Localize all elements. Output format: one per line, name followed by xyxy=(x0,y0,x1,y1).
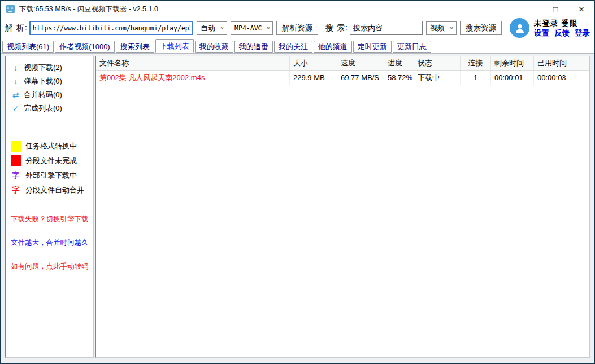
yellow-swatch-icon xyxy=(11,141,21,152)
sidebar: ↓ 视频下载(2) ↓ 弹幕下载(0) ⇄ 合并转码(0) ✓ 完成列表(0) … xyxy=(5,56,94,358)
download-icon: ↓ xyxy=(11,77,20,86)
legend-converting: 任务格式转换中 xyxy=(11,139,93,154)
cell-remaining-time: 00:00:01 xyxy=(491,71,534,85)
app-window: 下载:65.53 MB/s - 闪豆视频下载器 - v2.5.1.0 — □ ✕… xyxy=(0,0,595,364)
tab-scheduled-update[interactable]: 定时更新 xyxy=(353,41,392,53)
format-select-value: MP4-AVC xyxy=(234,24,262,32)
purple-char-icon: 字 xyxy=(11,170,21,181)
account-links: 设置 反馈 登录 xyxy=(534,28,590,38)
person-icon xyxy=(514,22,526,34)
account-text: 未登录 受限 设置 反馈 登录 xyxy=(534,19,590,38)
maximize-button[interactable]: □ xyxy=(542,1,568,17)
legend-segment-incomplete: 分段文件未完成 xyxy=(11,154,93,168)
col-speed[interactable]: 速度 xyxy=(337,56,384,70)
format-select[interactable]: MP4-AVC ∨ xyxy=(231,21,273,35)
close-button[interactable]: ✕ xyxy=(568,1,594,17)
col-status[interactable]: 状态 xyxy=(414,56,461,70)
login-status: 未登录 受限 xyxy=(534,19,590,28)
table-header: 文件名称 大小 速度 进度 状态 连接 剩余时间 已用时间 xyxy=(96,56,589,71)
search-type-value: 视频 xyxy=(430,23,445,33)
tab-video-list[interactable]: 视频列表(61) xyxy=(2,41,54,53)
hint-manual-transcode[interactable]: 如有问题，点此手动转码 xyxy=(11,262,93,271)
tab-his-channel[interactable]: 他的频道 xyxy=(314,41,352,53)
red-char-icon: 字 xyxy=(11,185,21,195)
tab-strip: 视频列表(61) 作者视频(1000) 搜索列表 下载列表 我的收藏 我的追番 … xyxy=(1,38,594,53)
hint-switch-engine[interactable]: 下载失败？切换引擎下载 xyxy=(11,214,93,224)
cell-filename: 第002集 凡人风起天南2002.m4s xyxy=(96,71,290,85)
sidebar-item-video-download[interactable]: ↓ 视频下载(2) xyxy=(11,61,93,74)
col-elapsed-time[interactable]: 已用时间 xyxy=(534,56,589,70)
chevron-down-icon: ∨ xyxy=(262,25,271,30)
col-connections[interactable]: 连接 xyxy=(461,56,491,70)
hint-merge-time: 文件越大，合并时间越久 xyxy=(11,238,93,248)
download-icon: ↓ xyxy=(11,63,20,72)
col-progress[interactable]: 进度 xyxy=(384,56,414,70)
tab-changelog[interactable]: 更新日志 xyxy=(393,41,431,53)
tab-my-bangumi[interactable]: 我的追番 xyxy=(234,41,273,53)
cell-status: 下载中 xyxy=(414,71,461,85)
cell-progress: 58.72% xyxy=(384,71,414,85)
tab-search-list[interactable]: 搜索列表 xyxy=(116,41,154,53)
check-icon: ✓ xyxy=(11,104,20,113)
settings-link[interactable]: 设置 xyxy=(534,28,549,38)
tab-my-favorites[interactable]: 我的收藏 xyxy=(195,41,233,53)
col-remaining-time[interactable]: 剩余时间 xyxy=(491,56,534,70)
legend-auto-merge: 字 分段文件自动合并 xyxy=(11,183,93,198)
cell-speed: 69.77 MB/S xyxy=(337,71,384,85)
download-table: 文件名称 大小 速度 进度 状态 连接 剩余时间 已用时间 第002集 凡人风起… xyxy=(95,56,590,358)
legend-external-engine: 字 外部引擎下载中 xyxy=(11,168,93,183)
chevron-down-icon: ∨ xyxy=(445,25,454,30)
app-icon xyxy=(6,5,15,13)
red-swatch-icon xyxy=(11,155,21,166)
sidebar-item-completed-list[interactable]: ✓ 完成列表(0) xyxy=(11,102,93,115)
login-link[interactable]: 登录 xyxy=(575,28,590,38)
cell-elapsed-time: 00:00:03 xyxy=(534,71,589,85)
parse-label: 解 析: xyxy=(5,23,28,33)
user-avatar-icon[interactable] xyxy=(510,18,529,38)
toolbar: 解 析: 自动 ∨ MP4-AVC ∨ 解析资源 搜 索: 视频 ∨ 搜索资源 xyxy=(1,17,594,38)
parse-url-input[interactable] xyxy=(29,21,193,35)
hints: 下载失败？切换引擎下载 文件越大，合并时间越久 如有问题，点此手动转码 xyxy=(11,214,93,271)
mode-select-value: 自动 xyxy=(201,23,215,33)
account-area: 未登录 受限 设置 反馈 登录 xyxy=(510,18,590,38)
swap-arrows-icon: ⇄ xyxy=(11,90,20,99)
cell-size: 229.9 MB xyxy=(290,71,337,85)
table-row[interactable]: 第002集 凡人风起天南2002.m4s 229.9 MB 69.77 MB/S… xyxy=(96,71,589,85)
tab-author-videos[interactable]: 作者视频(1000) xyxy=(55,41,115,53)
search-resource-button[interactable]: 搜索资源 xyxy=(460,21,502,35)
feedback-link[interactable]: 反馈 xyxy=(554,28,570,38)
tab-my-follows[interactable]: 我的关注 xyxy=(274,41,312,53)
minimize-button[interactable]: — xyxy=(516,1,542,17)
status-legend: 任务格式转换中 分段文件未完成 字 外部引擎下载中 字 分段文件自动合并 xyxy=(11,139,93,198)
search-input[interactable] xyxy=(350,21,423,35)
tab-download-list[interactable]: 下载列表 xyxy=(155,39,194,53)
col-filename[interactable]: 文件名称 xyxy=(96,56,290,70)
cell-connections: 1 xyxy=(461,71,491,85)
chevron-down-icon: ∨ xyxy=(215,25,224,30)
window-title: 下载:65.53 MB/s - 闪豆视频下载器 - v2.5.1.0 xyxy=(19,5,158,14)
main-content: ↓ 视频下载(2) ↓ 弹幕下载(0) ⇄ 合并转码(0) ✓ 完成列表(0) … xyxy=(1,53,594,363)
col-size[interactable]: 大小 xyxy=(290,56,337,70)
sidebar-item-merge-transcode[interactable]: ⇄ 合并转码(0) xyxy=(11,88,93,102)
parse-resource-button[interactable]: 解析资源 xyxy=(276,21,318,35)
title-bar: 下载:65.53 MB/s - 闪豆视频下载器 - v2.5.1.0 — □ ✕ xyxy=(1,1,594,17)
search-type-select[interactable]: 视频 ∨ xyxy=(426,21,457,35)
window-controls: — □ ✕ xyxy=(516,1,594,17)
sidebar-item-danmaku-download[interactable]: ↓ 弹幕下载(0) xyxy=(11,74,93,88)
search-label: 搜 索: xyxy=(325,23,348,33)
mode-select[interactable]: 自动 ∨ xyxy=(197,21,227,35)
